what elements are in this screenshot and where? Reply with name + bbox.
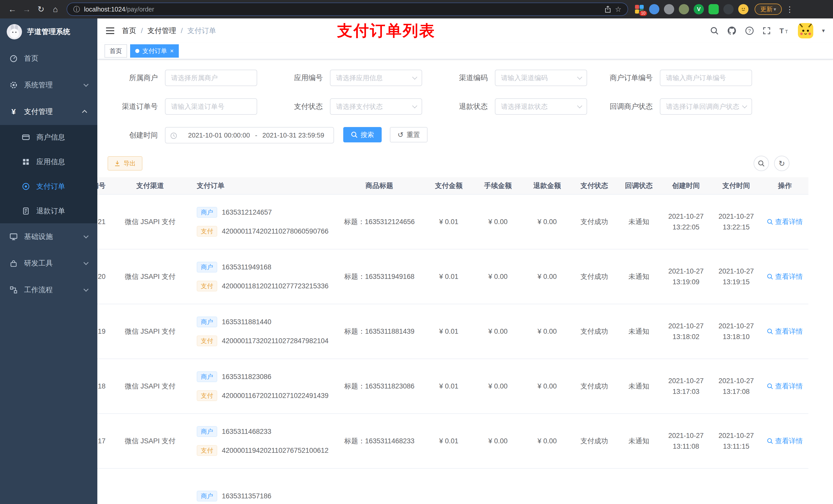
dark-extension-icon[interactable] (723, 4, 734, 14)
green-v-extension-icon[interactable]: V (694, 4, 704, 14)
pay-line: 支付 4200001174202110278060590766 (197, 226, 332, 237)
view-detail-link[interactable]: 查看详情 (767, 272, 803, 281)
merchant-order-no-input[interactable] (660, 70, 752, 86)
sidebar-item-merchant-info[interactable]: 商户信息 (0, 125, 97, 149)
app-select[interactable]: 请选择应用信息 (330, 70, 422, 86)
cell-paid: 2021-10-27 13:11:15 (711, 430, 761, 452)
sidebar-item-pay-order[interactable]: 支付订单 (0, 174, 97, 199)
extension-badge: 10 (639, 10, 647, 16)
breadcrumb-home[interactable]: 首页 (122, 26, 136, 35)
view-detail-link[interactable]: 查看详情 (767, 327, 803, 336)
cell-refund: ¥ 0.00 (523, 218, 572, 226)
extensions-grid-icon[interactable]: 10 (634, 4, 644, 14)
sidebar-item-pay[interactable]: ¥ 支付管理 (0, 98, 97, 125)
cell-amount: ¥ 0.01 (424, 382, 473, 390)
font-size-icon[interactable]: TT (780, 27, 789, 35)
browser-forward-button[interactable]: → (20, 2, 34, 16)
cell-pay-order: 商户 1635312124657 支付 42000011742021102780… (189, 207, 335, 237)
sidebar-item-home[interactable]: 首页 (0, 45, 97, 72)
blue-extension-icon[interactable] (649, 4, 659, 14)
cell-pay-order: 商户 1635311468233 支付 42000011942021102767… (189, 426, 335, 456)
cell-amount: ¥ 0.01 (424, 437, 473, 445)
sidebar-item-dev-tools[interactable]: 研发工具 (0, 250, 97, 277)
cell-fee: ¥ 0.00 (473, 218, 523, 226)
cell-title: 标题：1635312124656 (335, 217, 424, 226)
merchant-order-line: 商户 1635311823086 (197, 371, 332, 382)
cell-id: 21 (97, 218, 112, 226)
breadcrumb-pay[interactable]: 支付管理 (147, 26, 176, 35)
cell-refund: ¥ 0.00 (523, 437, 572, 445)
app-main: 所属商户 应用编号 请选择应用信息 渠道编码 请输入渠道编码 (97, 59, 833, 504)
browser-reload-button[interactable]: ↻ (34, 2, 48, 16)
chevron-down-icon (84, 260, 89, 265)
merchant-select-input[interactable] (165, 70, 257, 86)
help-icon[interactable]: ? (745, 26, 754, 35)
record-icon (22, 182, 30, 191)
logo[interactable]: 芋道管理系统 (0, 19, 97, 45)
browser-home-button[interactable]: ⌂ (48, 2, 63, 16)
channel-code-select[interactable]: 请输入渠道编码 (495, 70, 587, 86)
table-row: 19 微信 JSAPI 支付 商户 1635311881440 支付 42000… (97, 304, 808, 359)
tab-pay-order[interactable]: 支付订单 × (130, 44, 179, 57)
bookmark-star-icon[interactable]: ☆ (615, 5, 621, 14)
pay-order-table: 编号 支付渠道 支付订单 商品标题 支付金额 手续金额 退款金额 支付状态 回调… (97, 177, 808, 504)
merchant-order-line: 商户 1635312124657 (197, 207, 332, 218)
toggle-search-button[interactable] (754, 156, 769, 171)
sidebar-menu: 首页 系统管理 ¥ 支付管理 商户信息 (0, 45, 97, 303)
site-info-icon[interactable]: ⓘ (73, 5, 80, 14)
tab-home[interactable]: 首页 (104, 44, 127, 57)
reset-button[interactable]: ↺ 重置 (390, 127, 428, 142)
browser-update-button[interactable]: 更新▾ (755, 4, 782, 15)
fullscreen-icon[interactable] (763, 27, 771, 35)
url-bar[interactable]: ⓘ localhost:1024/pay/order ☆ (67, 3, 628, 16)
page-title-annotation: 支付订单列表 (337, 21, 435, 41)
view-detail-link[interactable]: 查看详情 (767, 382, 803, 391)
channel-order-no-input[interactable] (165, 98, 257, 115)
url-text: localhost:1024/pay/order (84, 6, 601, 13)
browser-back-button[interactable]: ← (5, 2, 20, 16)
sidebar-item-infra[interactable]: 基础设施 (0, 223, 97, 250)
avatar-caret-icon[interactable]: ▾ (822, 27, 825, 34)
pay-order-no: 4200001167202110271022491439 (222, 392, 328, 400)
cell-fee: ¥ 0.00 (473, 328, 523, 335)
pay-status-select[interactable]: 请选择支付状态 (330, 98, 422, 115)
cell-id: 18 (97, 382, 112, 390)
search-button[interactable]: 搜索 (343, 127, 382, 142)
pay-order-no: 4200001181202110277723215336 (222, 282, 328, 290)
merchant-order-no: 1635311468233 (222, 428, 271, 436)
cell-channel: 微信 JSAPI 支付 (112, 436, 189, 446)
chevron-up-icon (82, 110, 87, 115)
cell-title: 标题：1635311949168 (335, 272, 424, 281)
share-icon[interactable] (605, 6, 611, 13)
github-icon[interactable] (727, 26, 736, 35)
emoji-extension-icon[interactable] (738, 4, 748, 14)
sidebar-item-refund-order[interactable]: 退款订单 (0, 199, 97, 223)
sidebar-item-app-info[interactable]: 应用信息 (0, 149, 97, 174)
search-icon[interactable] (710, 27, 718, 35)
gray-extension-icon[interactable] (664, 4, 674, 14)
merchant-tag: 商户 (197, 262, 217, 272)
workflow-icon (9, 286, 18, 294)
cell-pay-order: 商户 1635311949168 支付 42000011812021102777… (189, 262, 335, 291)
table-row: 商户 1635311357186 支付 查看详情 (97, 469, 808, 504)
user-avatar[interactable] (798, 23, 813, 39)
browser-menu-icon[interactable]: ⋮ (786, 5, 793, 14)
merchant-order-no: 1635312124657 (222, 209, 272, 216)
notify-status-select[interactable]: 请选择订单回调商户状态 (660, 98, 752, 115)
cell-refund: ¥ 0.00 (523, 328, 572, 335)
hamburger-icon[interactable] (105, 27, 115, 34)
olive-extension-icon[interactable] (679, 4, 689, 14)
date-range-picker[interactable]: 2021-10-01 00:00:00 - 2021-10-31 23:59:5… (165, 127, 334, 143)
refund-status-select[interactable]: 请选择退款状态 (495, 98, 587, 115)
view-detail-link[interactable]: 查看详情 (767, 217, 803, 226)
cell-fee: ¥ 0.00 (473, 273, 523, 281)
green-chat-extension-icon[interactable] (709, 4, 719, 14)
sidebar-item-workflow[interactable]: 工作流程 (0, 277, 97, 303)
sidebar-item-system[interactable]: 系统管理 (0, 72, 97, 98)
export-button[interactable]: 导出 (108, 156, 142, 171)
refresh-button[interactable]: ↻ (774, 156, 789, 171)
cell-created: 2021-10-27 13:11:08 (661, 430, 711, 452)
cell-created: 2021-10-27 13:22:05 (661, 211, 711, 233)
close-icon[interactable]: × (170, 48, 174, 54)
view-detail-link[interactable]: 查看详情 (767, 436, 803, 446)
